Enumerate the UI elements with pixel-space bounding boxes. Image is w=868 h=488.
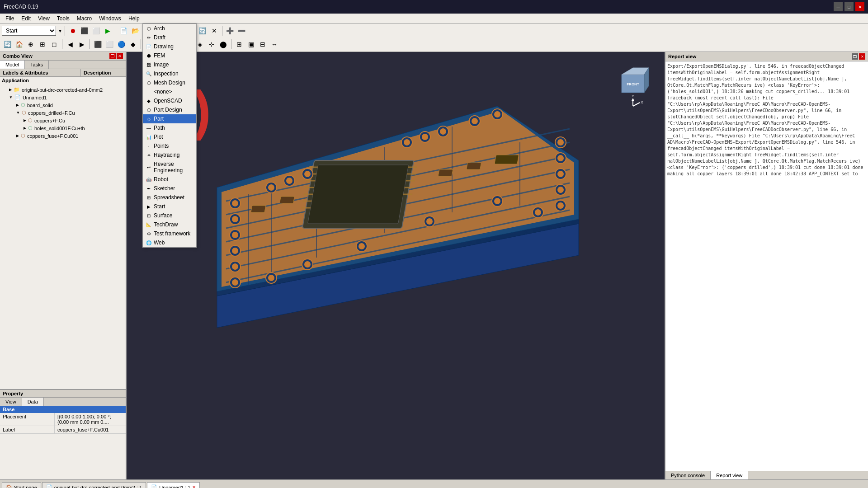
view-face-button[interactable]: ⬜	[104, 39, 115, 50]
svg-point-40	[232, 264, 238, 269]
dd-item-surface[interactable]: ⊡Surface	[143, 211, 196, 220]
dd-item-part[interactable]: ◇Part	[143, 114, 196, 123]
refresh-button[interactable]: 🔄	[197, 25, 208, 36]
view-tab-unnamed[interactable]: 📄 Unnamed1 : 1 ✕	[147, 482, 200, 488]
dd-item-techdraw[interactable]: 📐TechDraw	[143, 220, 196, 229]
tree-item-coppers-fuse-001[interactable]: ▶ ⬡ coppers_fuse+F.Cu001	[2, 132, 124, 140]
back-button[interactable]: ◀	[65, 39, 75, 50]
menu-file[interactable]: File	[2, 14, 18, 23]
dd-item-test-framework[interactable]: ⚙Test framework	[143, 229, 196, 238]
add-button[interactable]: ➕	[225, 25, 236, 36]
toolbar-separator-5	[222, 26, 222, 36]
toolbar-separator-7	[90, 39, 90, 49]
dd-item-robot[interactable]: 🤖Robot	[143, 175, 196, 184]
view-side-button[interactable]: ◆	[127, 39, 138, 50]
nav-cube[interactable]: Y X Z FRONT	[610, 61, 656, 106]
svg-point-64	[440, 129, 446, 134]
view-front-button[interactable]: 🔵	[116, 39, 127, 50]
points-button[interactable]: ⊹	[206, 39, 217, 50]
tree-item-unnamed1[interactable]: ▼ 📄 Unnamed1	[2, 94, 124, 101]
dd-item-openscad[interactable]: ◆OpenSCAD	[143, 96, 196, 105]
extra-btn1[interactable]: ⊞	[234, 39, 245, 50]
stop-load-button[interactable]: ✕	[209, 25, 220, 36]
tree-item-coppers-f-cu[interactable]: ▶ ⬡ coppers+F.Cu	[2, 117, 124, 124]
dd-item-image[interactable]: 🖼Image	[143, 60, 196, 69]
tree-item-label: coppers+F.Cu	[34, 118, 65, 123]
dd-item-reverse-engineering[interactable]: ↩Reverse Engineering	[143, 160, 196, 175]
dd-item-drawing[interactable]: 📄Drawing	[143, 42, 196, 51]
panel-close-button[interactable]: ✕	[117, 53, 123, 59]
dd-item-spreadsheet[interactable]: ⊞Spreadsheet	[143, 193, 196, 202]
macro-button[interactable]: ⬜	[91, 25, 102, 36]
view-tab-project[interactable]: 📄 original-but-drc-corrected-and-0mm2 : …	[42, 482, 146, 488]
pcb-svg	[181, 97, 588, 346]
tree-item-holes-solid[interactable]: ▶ ⬡ holes_solid001F.Cu+th	[2, 124, 124, 132]
minimize-button[interactable]: ─	[834, 2, 843, 11]
dd-item-inspection[interactable]: 🔍Inspection	[143, 69, 196, 78]
tab-model[interactable]: Model	[0, 61, 25, 69]
property-panel: Property View Data Base Placement [(0.00…	[0, 389, 126, 479]
prop-value-placement[interactable]: [(0.00 0.00 1.00); 0.00 °; (0.00 mm 0.00…	[54, 413, 126, 426]
dd-item-arch[interactable]: ⬡Arch	[143, 24, 196, 33]
svg-point-42	[232, 280, 238, 285]
shaded-button[interactable]: ⬤	[218, 39, 229, 50]
menu-help[interactable]: Help	[125, 14, 143, 23]
zoom-fit-button[interactable]: ⊕	[25, 39, 36, 50]
forward-button[interactable]: ▶	[76, 39, 87, 50]
play-button[interactable]: ▶	[103, 25, 113, 36]
open-button[interactable]: 📂	[130, 25, 141, 36]
dd-item-raytracing[interactable]: ☀Raytracing	[143, 150, 196, 160]
dd-item-web[interactable]: 🌐Web	[143, 238, 196, 247]
minus-button[interactable]: ➖	[236, 25, 247, 36]
prop-value-label[interactable]: coppers_fuse+F.Cu001	[54, 426, 126, 434]
tab-python-console[interactable]: Python console	[665, 471, 711, 479]
menu-windows[interactable]: Windows	[95, 14, 125, 23]
tree-item-board-solid[interactable]: ▶ ⬡ board_solid	[2, 101, 124, 109]
test-framework-icon: ⚙	[146, 230, 152, 237]
stop-button[interactable]: ⬛	[79, 25, 90, 36]
dd-item-plot[interactable]: 📊Plot	[143, 132, 196, 141]
menu-macro[interactable]: Macro	[73, 14, 95, 23]
tab-tasks[interactable]: Tasks	[25, 61, 49, 69]
dd-item-points[interactable]: ·Points	[143, 141, 196, 150]
perspective-button[interactable]: ◻	[49, 39, 60, 50]
dd-item-draft[interactable]: ✏Draft	[143, 33, 196, 42]
tab-close-icon[interactable]: ✕	[192, 485, 196, 488]
tree-item-project[interactable]: ▶ 📁 original-but-drc-corrected-and-0mm2	[2, 86, 124, 94]
view-tab-start-page[interactable]: 🏠 Start page	[2, 482, 41, 488]
dd-item-fem[interactable]: ⬢FEM	[143, 51, 196, 60]
dd-item-part-design[interactable]: ⬡Part Design	[143, 105, 196, 114]
dd-item-sketcher[interactable]: ✒Sketcher	[143, 184, 196, 193]
menu-edit[interactable]: Edit	[18, 14, 34, 23]
view3d-button[interactable]: 🔄	[2, 39, 13, 50]
menu-view[interactable]: View	[34, 14, 53, 23]
prop-tab-view[interactable]: View	[0, 398, 22, 406]
new-button[interactable]: 📄	[118, 25, 129, 36]
tree-item-coppers-drilled[interactable]: ▼ ⬡ coppers_drilled+F.Cu	[2, 109, 124, 117]
maximize-button[interactable]: □	[844, 2, 854, 11]
view-box-button[interactable]: ⬛	[92, 39, 103, 50]
select-mode-button[interactable]: ⊞	[37, 39, 48, 50]
toolbar-separator	[65, 26, 65, 36]
svg-point-38	[232, 248, 238, 253]
menu-tools[interactable]: Tools	[53, 14, 73, 23]
prop-tab-data[interactable]: Data	[22, 398, 44, 406]
dd-item-path[interactable]: —Path	[143, 123, 196, 132]
panel-float-button[interactable]: 🗔	[109, 53, 116, 59]
report-float-button[interactable]: 🗔	[852, 53, 858, 60]
close-button[interactable]: ✕	[855, 2, 864, 11]
svg-point-56	[287, 178, 292, 183]
dd-item-start[interactable]: ▶Start	[143, 202, 196, 211]
view-home-button[interactable]: 🏠	[14, 39, 24, 50]
record-button[interactable]: ⏺	[67, 25, 78, 36]
dd-item-mesh-design[interactable]: ⬡Mesh Design	[143, 78, 196, 87]
dd-item-none[interactable]: <none>	[143, 87, 196, 96]
svg-point-78	[495, 198, 500, 204]
extra-btn2[interactable]: ▣	[245, 39, 256, 50]
tab-report-view[interactable]: Report view	[711, 471, 748, 479]
extra-btn3[interactable]: ⊟	[257, 39, 268, 50]
workbench-dropdown[interactable]: Start	[2, 26, 56, 36]
extra-btn4[interactable]: ↔	[269, 39, 280, 50]
report-close-button[interactable]: ✕	[859, 53, 865, 60]
toolbar-area: Start ▼ ⏺ ⬛ ⬜ ▶ 📄 📂 💾 🖨 ↩ ↪ 🔄 ✕ ➕ ➖ 🔄 🏠 …	[0, 23, 868, 52]
